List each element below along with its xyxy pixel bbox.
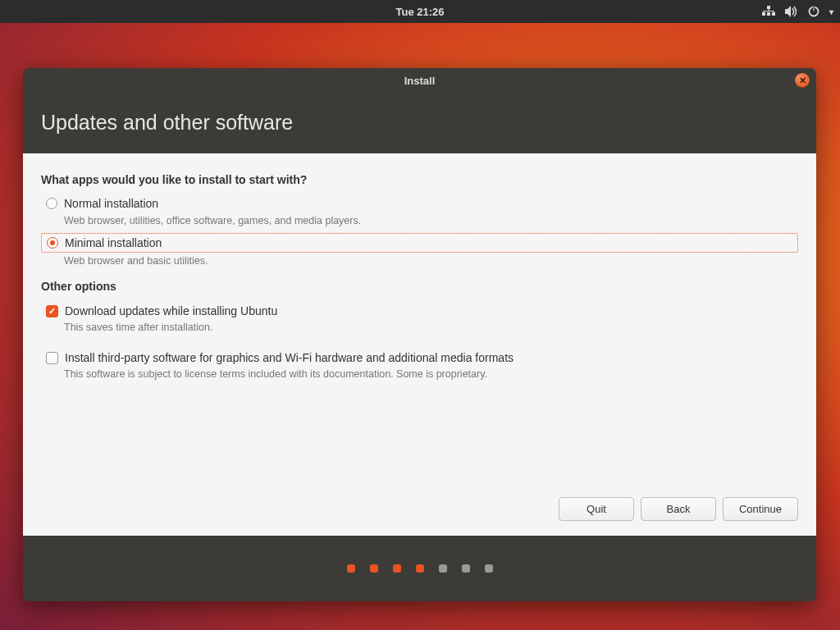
svg-rect-6 [764,11,765,13]
top-panel: Tue 21:26 ▾ [0,0,840,23]
option-normal-desc: Web browser, utilities, office software,… [64,215,798,226]
svg-rect-0 [767,6,770,9]
option-download-updates-desc: This saves time after installation. [64,322,798,333]
radio-icon [47,237,58,249]
titlebar: Install ✕ [23,68,816,93]
power-icon[interactable] [808,6,819,17]
volume-icon[interactable] [785,6,798,17]
button-bar: Quit Back Continue [41,482,798,536]
progress-dot-1 [347,564,355,573]
dropdown-caret-icon[interactable]: ▾ [829,7,833,16]
progress-dot-6 [462,564,470,573]
close-icon: ✕ [799,75,806,86]
clock: Tue 21:26 [395,6,444,18]
install-question: What apps would you like to install to s… [41,173,798,186]
radio-icon [46,198,57,209]
content-area: What apps would you like to install to s… [23,153,816,536]
page-heading: Updates and other software [41,111,798,135]
option-download-updates[interactable]: Download updates while installing Ubuntu [41,303,798,319]
installer-window: Install ✕ Updates and other software Wha… [23,68,816,601]
window-title: Install [404,75,436,87]
continue-button[interactable]: Continue [723,497,798,521]
option-third-party-desc: This software is subject to license term… [64,368,798,380]
close-button[interactable]: ✕ [795,73,810,88]
checkbox-icon [46,305,58,317]
option-normal-installation[interactable]: Normal installation [41,194,798,212]
quit-button[interactable]: Quit [559,497,634,521]
option-label: Minimal installation [65,236,162,249]
option-label: Download updates while installing Ubuntu [65,304,277,317]
svg-rect-2 [767,12,770,16]
heading-area: Updates and other software [23,93,816,153]
other-options-heading: Other options [41,280,798,293]
option-minimal-desc: Web browser and basic utilities. [64,255,798,267]
system-tray: ▾ [762,6,833,17]
svg-rect-9 [813,6,815,11]
progress-dot-5 [439,564,447,573]
svg-rect-5 [764,11,774,11]
option-label: Install third-party software for graphic… [65,351,514,364]
progress-dot-2 [370,564,378,573]
progress-dot-7 [485,564,493,573]
progress-dots [23,536,816,601]
option-third-party[interactable]: Install third-party software for graphic… [41,349,798,366]
option-minimal-installation[interactable]: Minimal installation [41,233,798,253]
network-icon[interactable] [762,6,775,17]
svg-rect-7 [774,11,774,13]
progress-dot-4 [416,564,424,573]
checkbox-icon [46,352,58,364]
progress-dot-3 [393,564,401,573]
back-button[interactable]: Back [641,497,716,521]
option-label: Normal installation [64,197,158,210]
